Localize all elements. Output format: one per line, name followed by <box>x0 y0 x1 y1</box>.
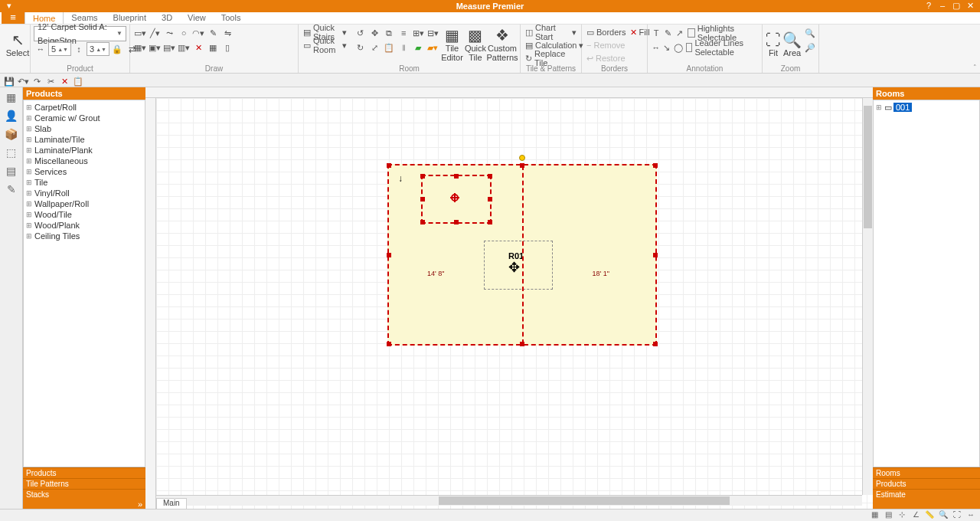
product-tree-item[interactable]: ⊞Laminate/Plank <box>25 145 143 156</box>
toolstrip-edit-icon[interactable]: ✎ <box>2 181 21 198</box>
zoom-in-icon[interactable]: 🔍 <box>803 26 817 40</box>
rooms-tree[interactable]: ⊞ ▭ 001 <box>873 100 980 467</box>
expand-icon[interactable]: ⊞ <box>25 114 33 122</box>
close-icon[interactable] <box>963 1 977 11</box>
maximize-icon[interactable] <box>949 1 963 11</box>
align-icon[interactable]: ≡ <box>397 26 410 40</box>
expand-icon[interactable]: ⊞ <box>25 103 33 111</box>
note-icon[interactable]: ✎ <box>662 26 673 40</box>
toolstrip-cube-icon[interactable]: ⬚ <box>2 144 21 161</box>
product-tree-item[interactable]: ⊞Carpet/Roll <box>25 102 143 113</box>
tab-tools[interactable]: Tools <box>214 11 249 24</box>
paste-icon[interactable]: 📋 <box>382 41 396 54</box>
left-stack-stacks[interactable]: Stacks <box>23 489 145 500</box>
help-icon[interactable]: ? <box>922 1 936 11</box>
select-tool[interactable]: ↖ Select <box>3 26 32 63</box>
scale-icon[interactable]: ⤢ <box>368 41 381 54</box>
canvas[interactable]: R01 ✥ 14' 8" 18' 1" ↓ Main <box>145 87 873 509</box>
room-u-icon[interactable]: ▥▾ <box>177 41 191 54</box>
line-icon[interactable]: ╱▾ <box>148 26 162 40</box>
arc-icon[interactable]: ◠▾ <box>191 26 205 40</box>
borders-button[interactable]: ▭Borders <box>585 26 628 38</box>
room-inner[interactable] <box>421 175 492 224</box>
toolstrip-user-icon[interactable]: 👤 <box>2 107 21 124</box>
product-tree-item[interactable]: ⊞Slab <box>25 123 143 134</box>
room-l-icon[interactable]: ▣▾ <box>148 41 162 54</box>
expand-icon[interactable]: ⊞ <box>25 179 33 186</box>
fill-icon[interactable]: ▰ <box>411 41 425 54</box>
product-tree-item[interactable]: ⊞Wood/Tile <box>25 209 143 220</box>
expand-icon[interactable]: ⊞ <box>25 200 33 208</box>
expand-icon[interactable]: ⊞ <box>25 189 33 197</box>
status-snap-icon[interactable]: ▦ <box>868 510 880 521</box>
width-spinner[interactable]: 5▲▼ <box>48 42 71 56</box>
right-stack-products[interactable]: Products <box>873 478 980 489</box>
status-zoom-icon[interactable]: 🔍 <box>937 510 949 521</box>
ungroup-icon[interactable]: ⊟▾ <box>426 26 439 40</box>
product-tree-item[interactable]: ⊞Tile <box>25 177 143 188</box>
expand-icon[interactable]: ⊞ <box>25 168 33 175</box>
rect-icon[interactable]: ▭▾ <box>133 26 147 40</box>
expand-icon[interactable]: ⊞ <box>25 157 33 165</box>
zoom-fit-button[interactable]: ⛶Fit <box>766 26 781 63</box>
callout-icon[interactable]: ◯ <box>673 41 684 54</box>
right-stack-rooms[interactable]: Rooms <box>873 467 980 478</box>
product-tree-item[interactable]: ⊞Ceramic w/ Grout <box>25 113 143 123</box>
collapse-ribbon-icon[interactable]: ˄ <box>973 64 977 71</box>
redo-icon[interactable]: ↷ <box>31 74 43 87</box>
product-tree-item[interactable]: ⊞Vinyl/Roll <box>25 188 143 198</box>
color-icon[interactable]: ▰▾ <box>426 41 439 54</box>
scrollbar-vertical[interactable] <box>862 98 873 495</box>
status-ortho-icon[interactable]: ⊹ <box>896 510 908 521</box>
tab-view[interactable]: View <box>180 11 214 24</box>
toolstrip-table-icon[interactable]: ▤ <box>2 162 21 179</box>
rotate-handle[interactable] <box>519 155 525 161</box>
paste-icon[interactable]: 📋 <box>72 74 84 87</box>
product-tree-item[interactable]: ⊞Ceiling Tiles <box>25 231 143 241</box>
chart-start-button[interactable]: ◫Chart Start▾ <box>524 26 578 38</box>
room-main[interactable]: R01 ✥ 14' 8" 18' 1" ↓ <box>387 164 657 346</box>
status-ruler-icon[interactable]: 📏 <box>923 510 936 521</box>
toolstrip-home-icon[interactable]: ▦ <box>2 89 21 106</box>
panel-expand-icon[interactable]: » <box>23 500 145 509</box>
copy-icon[interactable]: ⧉ <box>382 26 396 40</box>
circle-icon[interactable]: ○ <box>177 26 191 40</box>
product-tree-item[interactable]: ⊞Miscellaneous <box>25 156 143 166</box>
height-spinner[interactable]: 3▲▼ <box>87 42 109 56</box>
quick-room-button[interactable]: ▭Quick Room▾ <box>302 39 348 51</box>
mirror-icon[interactable]: ⇋ <box>220 26 234 40</box>
right-stack-estimate[interactable]: Estimate <box>873 489 980 500</box>
status-extent-icon[interactable]: ⛶ <box>951 510 963 521</box>
move-icon[interactable]: ✥ <box>368 26 381 40</box>
restore-button[interactable]: ↩Restore <box>585 52 627 64</box>
leader-check[interactable]: Leader Lines Selectable <box>684 41 760 54</box>
custom-patterns-button[interactable]: ❖Custom Patterns <box>488 26 517 63</box>
product-tree-item[interactable]: ⊞Wallpaper/Roll <box>25 198 143 209</box>
room-rect-icon[interactable]: ▦▾ <box>133 41 147 54</box>
expand-icon[interactable]: ⊞ <box>25 221 33 229</box>
status-grid-icon[interactable]: ▤ <box>882 510 894 521</box>
product-tree-item[interactable]: ⊞Wood/Plank <box>25 220 143 231</box>
products-tree[interactable]: ⊞Carpet/Roll⊞Ceramic w/ Grout⊞Slab⊞Lamin… <box>23 100 145 467</box>
stairs-icon[interactable]: ▦ <box>206 41 220 54</box>
group-icon[interactable]: ⊞▾ <box>411 26 425 40</box>
text-icon[interactable]: T <box>651 26 662 40</box>
tile-editor-button[interactable]: ▦Tile Editor <box>441 26 463 63</box>
hamburger-icon[interactable]: ≡ <box>2 11 24 24</box>
product-selector[interactable]: 12' Carpet Solid A: BeigeSton ▼ <box>34 26 126 41</box>
status-dim-icon[interactable]: ↔ <box>965 510 977 521</box>
expand-icon[interactable]: ⊞ <box>25 146 33 154</box>
product-tree-item[interactable]: ⊞Laminate/Tile <box>25 134 143 145</box>
leader-icon[interactable]: ↘ <box>662 41 671 54</box>
rooms-tree-item[interactable]: ⊞ ▭ 001 <box>875 102 978 113</box>
replace-tile-button[interactable]: ↻Replace Tile <box>524 52 578 64</box>
scrollbar-horizontal[interactable] <box>156 495 862 506</box>
polyline-icon[interactable]: ⤳ <box>162 26 176 40</box>
zoom-out-icon[interactable]: 🔎 <box>803 41 817 54</box>
left-stack-products[interactable]: Products <box>23 467 145 478</box>
expand-icon[interactable]: ⊞ <box>875 103 883 111</box>
expand-icon[interactable]: ⊞ <box>25 211 33 218</box>
zoom-area-button[interactable]: 🔍Area <box>782 26 802 63</box>
expand-icon[interactable]: ⊞ <box>25 232 33 240</box>
undo-icon[interactable]: ↶▾ <box>17 74 29 87</box>
